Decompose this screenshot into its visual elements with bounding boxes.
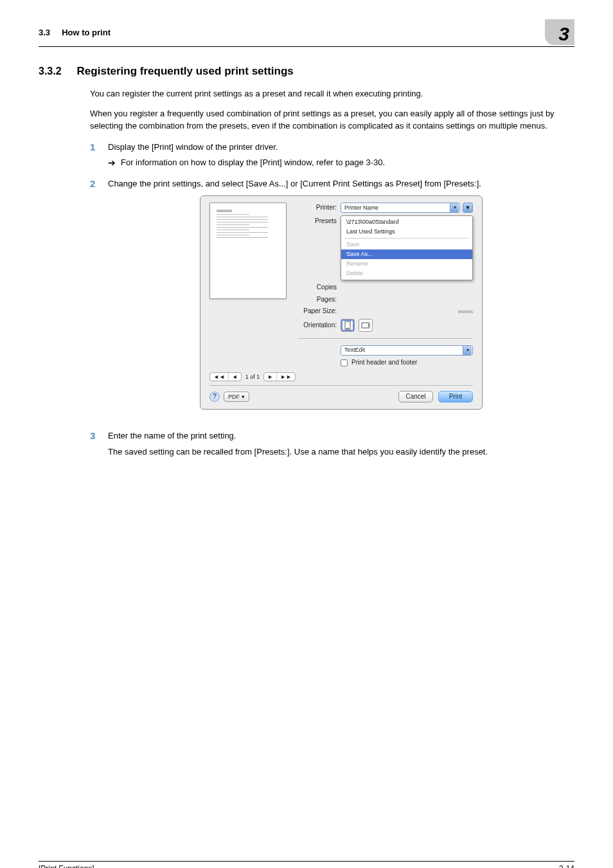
printer-info-button[interactable]: ▼ <box>463 203 473 213</box>
preview-page-indicator: 1 of 1 <box>245 373 260 381</box>
presets-option-rename: Rename <box>341 259 472 269</box>
presets-option-last-used[interactable]: Last Used Settings <box>341 227 472 237</box>
section-ref-title: How to print <box>62 28 111 37</box>
copies-label: Copies <box>298 283 337 293</box>
pdf-menu-button[interactable]: PDF ▾ <box>224 392 249 402</box>
section-number: 3.3.2 <box>39 66 62 77</box>
header-rule <box>39 46 574 47</box>
running-head-left: 3.3 How to print <box>39 28 111 37</box>
cancel-button[interactable]: Cancel <box>398 391 433 402</box>
chevron-down-icon: ▾ <box>242 393 245 401</box>
preview-prev-buttons[interactable]: ◄◄◄ <box>209 372 242 381</box>
help-button[interactable]: ? <box>209 392 220 402</box>
presets-option-save-as[interactable]: Save As... <box>341 249 472 259</box>
preview-next-buttons[interactable]: ►►► <box>263 372 296 381</box>
step-1-text: Display the [Print] window of the printe… <box>108 141 574 154</box>
print-dialog-figure: Printer: Printer Name ▾ ▼ Presets <box>200 195 483 410</box>
print-panel-value: TextEdit <box>344 346 365 354</box>
print-button[interactable]: Print <box>438 391 473 402</box>
print-header-footer-label: Print header and footer <box>351 358 417 368</box>
footer-page-number: 3-14 <box>559 864 574 868</box>
step-number: 2 <box>90 178 108 421</box>
svg-rect-3 <box>368 324 369 327</box>
section-title: Registering frequently used print settin… <box>77 65 294 78</box>
presets-option-delete: Delete <box>341 269 472 278</box>
caret-icon: ▾ <box>463 346 472 355</box>
step-1-subtext: For information on how to display the [P… <box>121 157 385 169</box>
landscape-icon <box>361 321 370 329</box>
printer-combo[interactable]: Printer Name ▾ <box>341 203 460 213</box>
print-header-footer-checkbox[interactable] <box>341 359 348 366</box>
step-number: 3 <box>90 430 108 462</box>
chapter-number-box: 3 <box>545 19 574 45</box>
intro-paragraph-1: You can register the current print setti… <box>90 88 574 100</box>
presets-menu-open[interactable]: Standard Last Used Settings Save Save As… <box>341 215 473 280</box>
presets-label: Presets <box>298 217 337 226</box>
printer-combo-value: Printer Name <box>344 204 378 212</box>
paper-size-label: Paper Size: <box>298 307 337 316</box>
orientation-landscape-button[interactable] <box>359 319 373 332</box>
print-panel-combo[interactable]: TextEdit ▾ <box>341 345 473 356</box>
step-number: 1 <box>90 141 108 170</box>
printer-label: Printer: <box>298 203 337 213</box>
presets-option-save: Save <box>341 240 472 249</box>
svg-rect-1 <box>346 328 349 329</box>
footer-left: [Print Functions] <box>39 864 94 868</box>
presets-option-standard[interactable]: Standard <box>341 217 472 227</box>
pdf-button-label: PDF <box>228 393 240 401</box>
step-3-text: Enter the name of the print setting. <box>108 430 574 442</box>
inches-label: inches <box>458 308 473 316</box>
menu-separator <box>345 238 468 239</box>
arrow-icon: ➔ <box>108 157 116 169</box>
orientation-portrait-button[interactable] <box>341 319 355 332</box>
chapter-number: 3 <box>558 24 569 44</box>
step-3-paragraph-2: The saved setting can be recalled from [… <box>108 446 574 458</box>
portrait-icon <box>344 321 351 330</box>
pages-label: Pages: <box>298 295 337 305</box>
orientation-label: Orientation: <box>298 321 337 330</box>
step-2-text: Change the print settings, and select [S… <box>108 178 574 190</box>
section-ref-number: 3.3 <box>39 28 50 37</box>
print-preview-thumbnail <box>209 203 287 299</box>
intro-paragraph-2: When you register a frequently used comb… <box>90 108 574 132</box>
caret-icon: ▾ <box>450 203 459 212</box>
